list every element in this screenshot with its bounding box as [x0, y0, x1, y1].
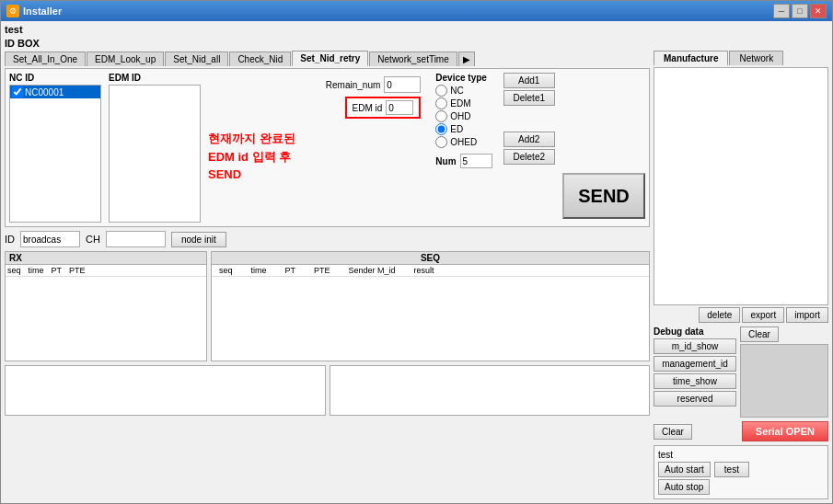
radio-edm-label: EDM — [450, 98, 470, 109]
remain-num-input[interactable] — [384, 76, 421, 93]
add2-button[interactable]: Add2 — [503, 132, 555, 147]
serial-clear-row: Clear Serial OPEN — [654, 421, 828, 441]
edm-id-list-label: EDM ID — [109, 73, 201, 83]
nc-id-item[interactable]: NC00001 — [10, 86, 100, 98]
auto-start-button[interactable]: Auto start — [658, 462, 711, 477]
id-box-panel: NC ID NC00001 EDM ID — [5, 68, 650, 227]
reserved-button[interactable]: reserved — [654, 391, 736, 407]
radio-ohd-input[interactable] — [435, 110, 447, 122]
seq-col-result: result — [414, 266, 434, 275]
debug-output — [740, 344, 828, 418]
serial-open-button[interactable]: Serial OPEN — [742, 421, 828, 441]
debug-label: Debug data — [654, 326, 736, 337]
radio-ed: ED — [435, 123, 492, 135]
tab-edm-look-up[interactable]: EDM_Look_up — [87, 52, 164, 66]
edm-id-listbox[interactable] — [109, 85, 201, 223]
test-button[interactable]: test — [714, 462, 749, 477]
tab-more-button[interactable]: ▶ — [458, 52, 475, 66]
left-panel: Set_All_In_One EDM_Look_up Set_Nid_all C… — [5, 51, 650, 499]
remain-row: Remain_num — [326, 76, 421, 93]
time-show-button[interactable]: time_show — [654, 373, 736, 389]
id-input[interactable] — [20, 231, 80, 247]
minimize-button[interactable]: ─ — [773, 4, 790, 18]
device-type-label: Device type — [435, 73, 492, 83]
debug-section: Debug data m_id_show management_id time_… — [654, 326, 828, 418]
radio-edm: EDM — [435, 97, 492, 109]
rx-col-pte: PTE — [69, 266, 86, 275]
serial-clear-button[interactable]: Clear — [654, 424, 692, 440]
auto-stop-button[interactable]: Auto stop — [658, 479, 710, 495]
maximize-button[interactable]: □ — [792, 4, 808, 18]
korean-text: 현재까지 완료된EDM id 입력 후SEND — [208, 130, 295, 184]
send-button[interactable]: SEND — [562, 173, 645, 219]
send-section: SEND — [562, 73, 645, 223]
tab-bar: Set_All_In_One EDM_Look_up Set_Nid_all C… — [5, 51, 650, 66]
nc-id-checkbox[interactable] — [12, 86, 23, 97]
bottom-text-area-2[interactable] — [330, 365, 651, 416]
rx-cols: seq time PT PTE — [6, 265, 206, 277]
radio-ohd: OHD — [435, 110, 492, 122]
seq-header: SEQ — [212, 252, 649, 265]
seq-col-pte: PTE — [314, 266, 330, 275]
nc-id-section: NC ID NC00001 — [9, 73, 101, 223]
seq-panel: SEQ seq time PT PTE Sender M_id result — [211, 251, 650, 361]
delete-button[interactable]: delete — [699, 307, 740, 323]
right-tab-manufacture[interactable]: Manufacture — [654, 51, 728, 65]
tab-check-nid[interactable]: Check_Nid — [229, 52, 291, 66]
ch-input[interactable] — [106, 231, 166, 247]
nc-id-listbox[interactable]: NC00001 — [9, 85, 101, 223]
radio-ed-input[interactable] — [435, 123, 447, 135]
radio-nc: NC — [435, 85, 492, 97]
app-icon: ⚙ — [6, 5, 19, 17]
seq-cols: seq time PT PTE Sender M_id result — [212, 265, 649, 277]
bottom-id-row: ID CH node init — [5, 229, 650, 249]
test-section: test Auto start test Auto stop — [654, 445, 828, 499]
add-del-pair-2: Add2 Delete2 — [503, 132, 555, 165]
radio-nc-label: NC — [450, 86, 463, 96]
add-del-pair-1: Add1 Delete1 — [503, 73, 555, 106]
debug-clear-button[interactable]: Clear — [740, 326, 779, 342]
radio-edm-input[interactable] — [435, 97, 447, 109]
management-id-button[interactable]: management_id — [654, 356, 736, 372]
add1-button[interactable]: Add1 — [503, 73, 555, 88]
test-row-2: Auto stop — [658, 479, 824, 495]
num-input[interactable] — [460, 154, 492, 168]
rx-seq-container: RX seq time PT PTE SEQ seq time — [5, 251, 650, 361]
tab-set-nid-all[interactable]: Set_Nid_all — [165, 52, 228, 66]
bottom-text-area-1[interactable] — [5, 365, 326, 416]
seq-col-pt: PT — [285, 266, 296, 275]
device-type-section: Device type NC EDM — [435, 73, 492, 223]
num-row: Num — [435, 154, 492, 168]
radio-ohed-input[interactable] — [435, 136, 447, 148]
right-content-area — [654, 67, 828, 305]
right-panel: Manufacture Network delete export import… — [654, 51, 828, 499]
import-button[interactable]: import — [786, 307, 828, 323]
edm-id-field-input[interactable] — [386, 100, 413, 115]
window-controls: ─ □ ✕ — [773, 4, 827, 18]
right-buttons: delete export import — [654, 307, 828, 323]
nc-id-label: NC ID — [9, 73, 101, 83]
delete1-button[interactable]: Delete1 — [503, 90, 555, 106]
id-label: ID — [5, 234, 15, 245]
app-title: test — [5, 23, 828, 36]
bottom-text-row — [5, 365, 650, 416]
export-button[interactable]: export — [742, 307, 784, 323]
center-section: Remain_num EDM id 현재까지 완료된EDM id 입력 후SEN… — [208, 73, 421, 223]
num-label: Num — [435, 156, 456, 166]
tab-set-all-in-one[interactable]: Set_All_In_One — [5, 52, 86, 66]
rx-panel: RX seq time PT PTE — [5, 251, 207, 361]
delete2-button[interactable]: Delete2 — [503, 149, 555, 165]
close-button[interactable]: ✕ — [810, 4, 827, 18]
tab-set-nid-retry[interactable]: Set_Nid_retry — [292, 51, 368, 66]
node-init-button[interactable]: node init — [171, 232, 226, 247]
content-area: test ID BOX Set_All_In_One EDM_Look_up S… — [1, 21, 832, 503]
edm-id-row: EDM id — [345, 97, 422, 119]
main-row: Set_All_In_One EDM_Look_up Set_Nid_all C… — [5, 51, 828, 499]
tab-network-set-time[interactable]: Network_setTime — [369, 52, 457, 66]
test-row-1: Auto start test — [658, 462, 824, 477]
radio-nc-input[interactable] — [435, 85, 447, 97]
debug-right: Clear — [740, 326, 828, 418]
m-id-show-button[interactable]: m_id_show — [654, 338, 736, 354]
right-tab-network[interactable]: Network — [729, 51, 783, 65]
seq-col-time: time — [251, 266, 267, 275]
